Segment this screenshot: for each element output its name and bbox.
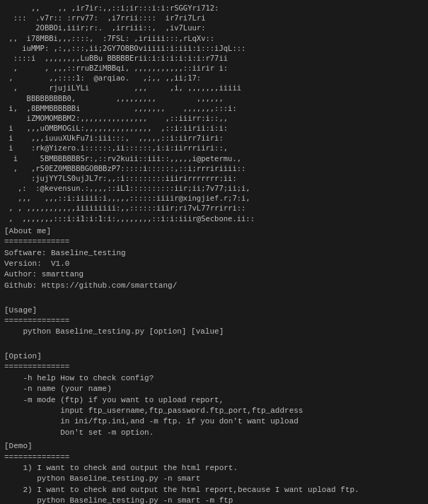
usage-line: python Baseline_testing.py [option] [val… (4, 327, 424, 337)
demo-section: [Demo] ============== 1) I want to check… (4, 441, 424, 504)
about-line: Author: smarttang (4, 269, 424, 280)
demo-line: python Baseline_testing.py -n smart -m f… (4, 496, 424, 504)
usage-header: [Usage] (4, 305, 424, 316)
option-section: [Option] ============== -h help How to c… (4, 351, 424, 438)
demo-content: 1) I want to check and output the html r… (4, 463, 424, 504)
about-line: Software: Baseline_testing (4, 248, 424, 259)
about-header: [About me] (4, 226, 424, 237)
demo-line: 1) I want to check and output the html r… (4, 463, 424, 474)
option-divider: ============== (4, 362, 424, 373)
option-line: -m mode (ftp) if you want to upload repo… (4, 395, 424, 406)
option-line: in ini/ftp.ini,and -m ftp. if you don't … (4, 416, 424, 427)
demo-header: [Demo] (4, 441, 424, 452)
about-divider: ============== (4, 237, 424, 247)
usage-divider: ============== (4, 316, 424, 327)
option-line: -h help How to check config? (4, 373, 424, 384)
terminal-window: ,, ,, ,ir7ir:,,::i;ir:::i:i:rSGGYri712: … (0, 0, 428, 504)
option-line: -n name (your name) (4, 384, 424, 394)
demo-line: python Baseline_testing.py -n smart (4, 474, 424, 484)
about-line: Github: Https://github.com/smarttang/ (4, 281, 424, 291)
usage-content: python Baseline_testing.py [option] [val… (4, 327, 424, 337)
usage-section: [Usage] ============== python Baseline_t… (4, 305, 424, 338)
about-line: Version: V1.0 (4, 259, 424, 269)
demo-line: 2) I want to check and output the html r… (4, 485, 424, 496)
about-section: [About me] ============== Software: Base… (4, 226, 424, 291)
option-content: -h help How to check config? -n name (yo… (4, 373, 424, 438)
ascii-art-banner: ,, ,, ,ir7ir:,,::i;ir:::i:i:rSGGYri712: … (4, 3, 424, 223)
option-line: Don't set -m option. (4, 428, 424, 438)
about-content: Software: Baseline_testingVersion: V1.0A… (4, 248, 424, 292)
option-header: [Option] (4, 351, 424, 362)
demo-divider: ============== (4, 452, 424, 463)
option-line: input ftp_username,ftp_password.ftp_port… (4, 406, 424, 416)
